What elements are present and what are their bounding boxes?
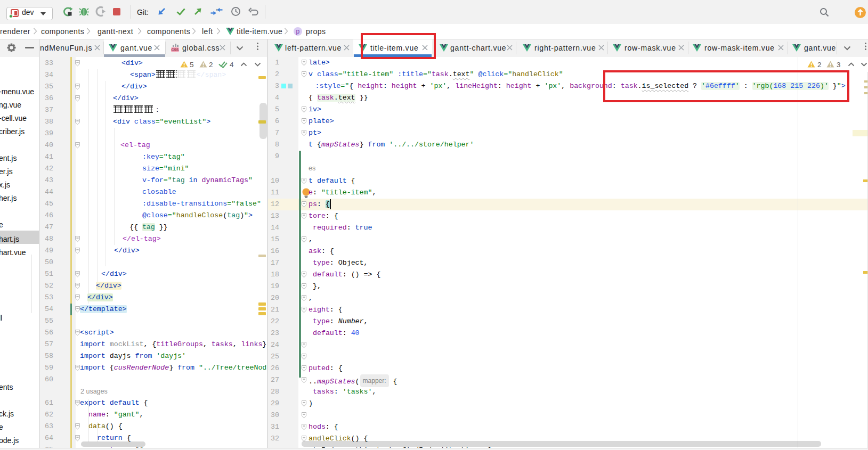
svg-text:CSS: CSS — [172, 48, 179, 52]
